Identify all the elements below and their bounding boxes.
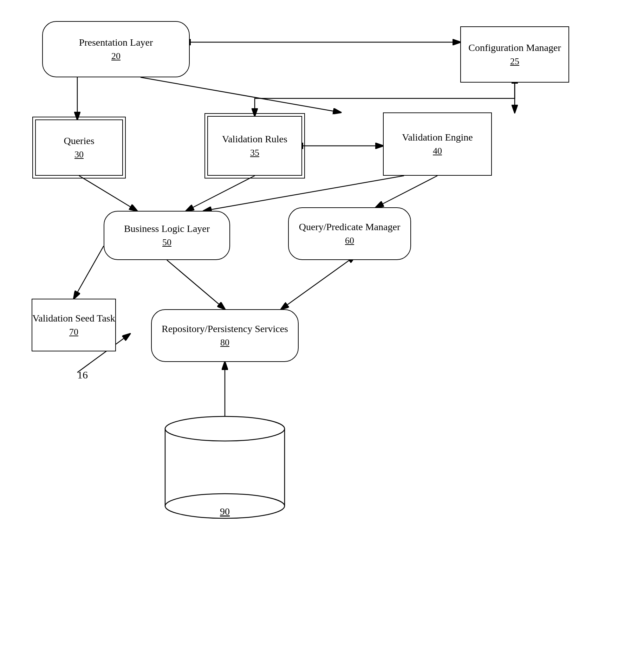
validation-engine-number: 40 xyxy=(433,145,442,157)
query-predicate-manager-number: 60 xyxy=(345,235,354,247)
repository-persistency-node: Repository/Persistency Services 80 xyxy=(151,309,299,362)
presentation-layer-node: Presentation Layer 20 xyxy=(42,21,190,77)
svg-text:90: 90 xyxy=(220,506,230,517)
validation-engine-node: Validation Engine 40 xyxy=(383,112,492,176)
svg-point-17 xyxy=(165,416,285,441)
database-node: 90 xyxy=(163,415,286,520)
configuration-manager-node: Configuration Manager 25 xyxy=(460,26,569,83)
validation-seed-task-label: Validation Seed Task xyxy=(32,312,115,325)
queries-node: Queries 30 xyxy=(35,119,123,176)
validation-rules-node: Validation Rules 35 xyxy=(207,116,302,176)
configuration-manager-number: 25 xyxy=(510,56,519,67)
configuration-manager-label: Configuration Manager xyxy=(468,41,561,54)
business-logic-layer-node: Business Logic Layer 50 xyxy=(104,211,230,260)
svg-line-12 xyxy=(281,260,350,309)
svg-line-9 xyxy=(376,176,437,207)
queries-number: 30 xyxy=(74,149,84,161)
repository-persistency-number: 80 xyxy=(220,337,229,349)
label-16: 16 xyxy=(77,369,88,381)
validation-engine-label: Validation Engine xyxy=(402,131,473,144)
repository-persistency-label: Repository/Persistency Services xyxy=(162,323,288,335)
validation-rules-label: Validation Rules xyxy=(222,133,287,145)
business-logic-layer-label: Business Logic Layer xyxy=(124,222,210,235)
svg-line-5 xyxy=(141,77,341,112)
validation-rules-number: 35 xyxy=(250,147,259,159)
business-logic-layer-number: 50 xyxy=(162,236,171,248)
query-predicate-manager-node: Query/Predicate Manager 60 xyxy=(288,207,411,260)
query-predicate-manager-label: Query/Predicate Manager xyxy=(299,221,400,233)
diagram: Presentation Layer 20 Configuration Mana… xyxy=(0,0,644,668)
svg-line-8 xyxy=(204,176,404,211)
presentation-layer-label: Presentation Layer xyxy=(79,36,153,49)
svg-line-6 xyxy=(79,176,137,211)
queries-label: Queries xyxy=(64,135,94,147)
presentation-layer-number: 20 xyxy=(111,50,121,62)
svg-line-11 xyxy=(167,260,225,309)
validation-seed-task-node: Validation Seed Task 70 xyxy=(32,299,116,351)
validation-seed-task-number: 70 xyxy=(69,326,78,338)
svg-line-13 xyxy=(74,246,104,299)
svg-line-10 xyxy=(186,176,255,211)
